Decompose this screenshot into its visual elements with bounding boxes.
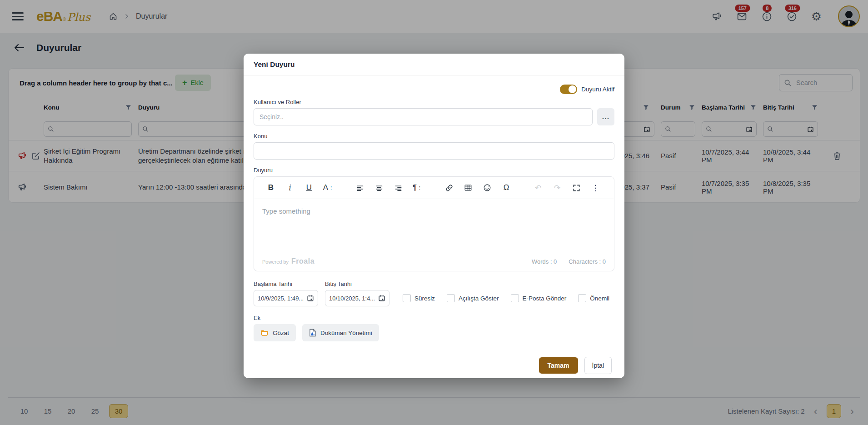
users-roles-label: Kullanıcı ve Roller <box>254 99 614 105</box>
calendar-icon[interactable] <box>307 295 314 302</box>
browse-button[interactable]: Gözat <box>254 324 296 341</box>
rich-text-editor: B i U A⋮ ¶⋮ <box>254 176 614 271</box>
underline-icon[interactable]: U <box>299 180 319 196</box>
document-management-button[interactable]: Doküman Yönetimi <box>302 324 379 341</box>
insert-link-icon[interactable] <box>439 180 459 196</box>
ek-label: Ek <box>254 315 614 321</box>
folder-icon <box>260 329 269 336</box>
modal-body: Duyuru Aktif Kullanıcı ve Roller ... Kon… <box>244 75 624 352</box>
app-screen: eBA ® Plus Duyurular 157 8 <box>0 0 868 425</box>
align-left-icon[interactable] <box>350 180 369 196</box>
browse-button-label: Gözat <box>273 330 289 336</box>
active-toggle-label: Duyuru Aktif <box>581 86 614 93</box>
redo-icon[interactable]: ↷ <box>548 180 567 196</box>
italic-icon[interactable]: i <box>280 180 299 196</box>
paragraph-format-icon[interactable]: ¶⋮ <box>408 180 427 196</box>
modal-footer: Tamam İptal <box>244 352 624 378</box>
cancel-button[interactable]: İptal <box>584 357 612 374</box>
bitis-tarihi-input[interactable]: 10/10/2025, 1:4... <box>325 290 389 306</box>
froala-brand: Powered by Froala <box>262 257 314 265</box>
words-counter: Words : 0 <box>532 258 557 265</box>
checkbox-box[interactable] <box>511 294 519 302</box>
bold-icon[interactable]: B <box>261 180 280 196</box>
undo-icon[interactable]: ↶ <box>529 180 548 196</box>
active-toggle[interactable] <box>560 85 577 94</box>
bitis-tarihi-label: Bitiş Tarihi <box>325 280 389 287</box>
checkbox-eposta-gonder[interactable]: E-Posta Gönder <box>511 294 567 302</box>
editor-footer: Powered by Froala Words : 0 Characters :… <box>254 257 614 271</box>
users-roles-input[interactable] <box>254 108 593 125</box>
duyuru-label: Duyuru <box>254 167 614 174</box>
fullscreen-icon[interactable] <box>567 180 586 196</box>
document-management-label: Doküman Yönetimi <box>320 330 372 336</box>
ok-button[interactable]: Tamam <box>539 357 578 374</box>
users-roles-more-button[interactable]: ... <box>597 108 614 125</box>
checkbox-suresiz[interactable]: Süresiz <box>403 294 435 302</box>
new-announcement-modal: Yeni Duyuru Duyuru Aktif Kullanıcı ve Ro… <box>244 54 624 378</box>
font-size-icon[interactable]: A⋮ <box>319 180 338 196</box>
editor-toolbar: B i U A⋮ ¶⋮ <box>254 177 614 199</box>
special-characters-icon[interactable]: Ω <box>497 180 516 196</box>
emoticons-icon[interactable] <box>478 180 497 196</box>
checkbox-acilista-goster[interactable]: Açılışta Göster <box>447 294 499 302</box>
align-right-icon[interactable] <box>389 180 408 196</box>
calendar-icon[interactable] <box>378 295 385 302</box>
document-chart-icon <box>309 329 316 337</box>
editor-content-area[interactable]: Type something <box>254 199 614 257</box>
konu-input[interactable] <box>254 142 614 160</box>
checkbox-box[interactable] <box>447 294 455 302</box>
konu-label: Konu <box>254 133 614 140</box>
more-options-icon[interactable]: ⋮ <box>586 180 605 196</box>
checkbox-onemli[interactable]: Önemli <box>578 294 609 302</box>
insert-table-icon[interactable] <box>459 180 478 196</box>
checkbox-box[interactable] <box>403 294 411 302</box>
modal-title: Yeni Duyuru <box>244 54 624 75</box>
align-center-icon[interactable] <box>369 180 389 196</box>
baslama-tarihi-input[interactable]: 10/9/2025, 1:49... <box>254 290 318 306</box>
baslama-tarihi-label: Başlama Tarihi <box>254 280 318 287</box>
checkbox-box[interactable] <box>578 294 586 302</box>
characters-counter: Characters : 0 <box>569 258 606 265</box>
